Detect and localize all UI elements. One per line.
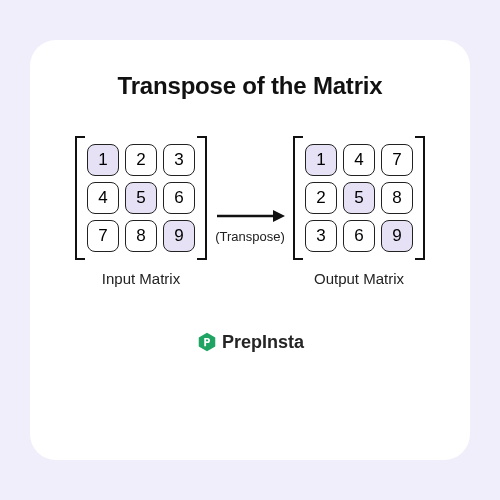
output-matrix: 147258369 <box>293 136 425 260</box>
bracket-right-icon <box>197 136 207 260</box>
matrix-cell: 4 <box>343 144 375 176</box>
input-matrix: 123456789 <box>75 136 207 260</box>
matrix-cell: 1 <box>305 144 337 176</box>
input-matrix-wrap: 123456789 Input Matrix <box>75 136 207 287</box>
arrow-label: (Transpose) <box>215 229 285 244</box>
matrix-cell: 3 <box>305 220 337 252</box>
matrix-cell: 6 <box>343 220 375 252</box>
output-matrix-wrap: 147258369 Output Matrix <box>293 136 425 287</box>
matrix-cell: 9 <box>163 220 195 252</box>
hexagon-icon <box>196 331 218 353</box>
bracket-left-icon <box>75 136 85 260</box>
output-grid: 147258369 <box>305 144 413 252</box>
matrix-cell: 3 <box>163 144 195 176</box>
matrix-cell: 1 <box>87 144 119 176</box>
matrix-cell: 2 <box>305 182 337 214</box>
matrix-row: 123456789 Input Matrix (Transpose) 14725… <box>48 136 452 287</box>
matrix-cell: 5 <box>125 182 157 214</box>
bracket-left-icon <box>293 136 303 260</box>
output-caption: Output Matrix <box>314 270 404 287</box>
arrow-right-icon <box>215 207 285 225</box>
brand-name: PrepInsta <box>222 332 304 353</box>
matrix-cell: 8 <box>381 182 413 214</box>
arrow-column: (Transpose) <box>215 179 285 244</box>
diagram-card: Transpose of the Matrix 123456789 Input … <box>30 40 470 460</box>
bracket-right-icon <box>415 136 425 260</box>
matrix-cell: 8 <box>125 220 157 252</box>
matrix-cell: 7 <box>87 220 119 252</box>
brand-logo: PrepInsta <box>196 331 304 353</box>
input-caption: Input Matrix <box>102 270 180 287</box>
matrix-cell: 7 <box>381 144 413 176</box>
matrix-cell: 2 <box>125 144 157 176</box>
svg-marker-1 <box>273 210 285 222</box>
matrix-cell: 5 <box>343 182 375 214</box>
matrix-cell: 6 <box>163 182 195 214</box>
input-grid: 123456789 <box>87 144 195 252</box>
matrix-cell: 9 <box>381 220 413 252</box>
diagram-title: Transpose of the Matrix <box>118 72 383 100</box>
matrix-cell: 4 <box>87 182 119 214</box>
